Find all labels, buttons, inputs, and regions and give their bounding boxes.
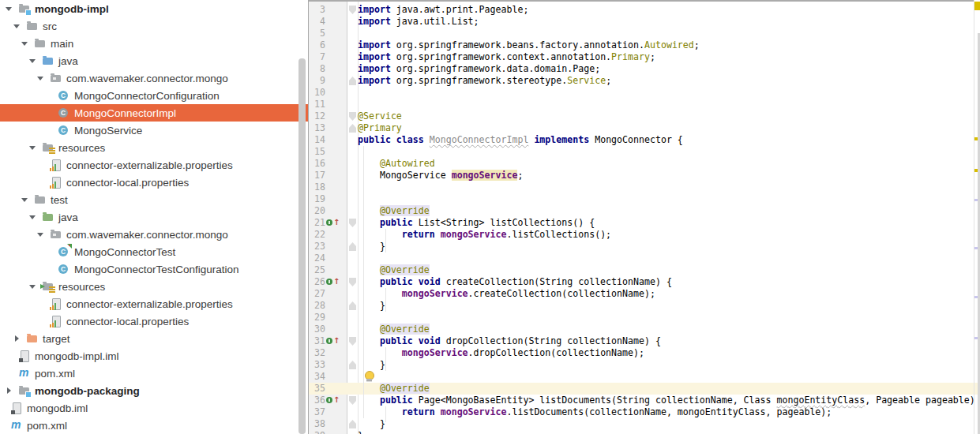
code-line-31[interactable]: public void dropCollection(String collec… — [358, 335, 661, 347]
line-number: 36 — [309, 395, 325, 406]
code-line-39[interactable]: } — [358, 430, 363, 434]
fold-region-start-icon[interactable] — [349, 217, 356, 229]
chevron-down-icon[interactable] — [2, 0, 18, 17]
line-number: 32 — [309, 347, 325, 359]
tree-item-com-wavemaker-connector-mongo[interactable]: com.wavemaker.connector.mongo — [0, 226, 308, 243]
fold-region-start-icon[interactable] — [349, 110, 356, 122]
test-class-icon: C — [58, 245, 70, 258]
code-line-7[interactable]: import org.springframework.context.annot… — [358, 51, 655, 63]
chevron-down-icon[interactable] — [26, 139, 42, 156]
chevron-right-icon[interactable] — [2, 382, 18, 399]
code-line-36[interactable]: public Page<MongoBaseEntity> listDocumen… — [358, 395, 980, 406]
code-line-37[interactable]: return mongoService.listDocuments(collec… — [358, 406, 832, 418]
code-editor[interactable]: 3456789101112131415161718192021↑22232425… — [309, 0, 980, 434]
code-line-9[interactable]: import org.springframework.stereotype.Se… — [358, 75, 611, 87]
overrides-method-icon[interactable]: ↑ — [325, 395, 339, 406]
code-line-13[interactable]: @Primary — [358, 122, 402, 134]
overrides-method-icon[interactable]: ↑ — [325, 217, 339, 229]
code-line-4[interactable]: import java.util.List; — [358, 16, 479, 28]
chevron-down-icon[interactable] — [34, 69, 50, 87]
chevron-down-icon[interactable] — [34, 226, 50, 243]
code-line-32[interactable]: mongoService.dropCollection(collectionNa… — [358, 347, 644, 359]
tree-item-label: MongoConnectorImpl — [74, 107, 176, 119]
chevron-down-icon[interactable] — [10, 17, 26, 35]
tree-item-mongodb-packaging[interactable]: mongodb-packaging — [0, 382, 308, 399]
folder-icon — [26, 20, 39, 32]
fold-region-start-icon[interactable] — [349, 335, 356, 347]
code-line-21[interactable]: public List<String> listCollections() { — [358, 217, 595, 229]
project-tree-scrollbar[interactable] — [299, 58, 306, 434]
tree-item-mongoconnectorconfiguration[interactable]: CMongoConnectorConfiguration — [0, 87, 308, 104]
properties-file-icon — [50, 315, 62, 327]
tree-item-connector-externalizable-properties[interactable]: connector-externalizable.properties — [0, 156, 308, 174]
fold-region-end-icon[interactable] — [349, 241, 356, 253]
code-line-28[interactable]: } — [358, 300, 385, 312]
tree-item-mongodb-impl[interactable]: mongodb-impl — [0, 0, 308, 17]
tree-item-label: connector-externalizable.properties — [66, 298, 233, 310]
chevron-down-icon[interactable] — [18, 35, 34, 52]
fold-region-end-icon[interactable] — [349, 300, 356, 312]
code-line-23[interactable]: } — [358, 241, 385, 253]
fold-region-end-icon[interactable] — [349, 359, 356, 371]
tree-item-resources[interactable]: resources — [0, 139, 308, 156]
code-line-26[interactable]: public void createCollection(String coll… — [358, 276, 672, 288]
tree-item-connector-local-properties[interactable]: connector-local.properties — [0, 312, 308, 330]
tree-item-mongodb-impl-iml[interactable]: mongodb-impl.iml — [0, 347, 308, 365]
tree-item-test[interactable]: test — [0, 191, 308, 208]
fold-region-end-icon[interactable] — [349, 122, 356, 134]
chevron-down-icon[interactable] — [26, 208, 42, 226]
tree-item-java[interactable]: java — [0, 52, 308, 69]
chevron-down-icon[interactable] — [18, 191, 34, 208]
tree-item-mongoconnectorimpl[interactable]: CMongoConnectorImpl — [0, 104, 308, 122]
code-line-30[interactable]: @Override — [358, 324, 430, 335]
fold-region-end-icon[interactable] — [349, 418, 356, 430]
code-line-35[interactable]: @Override — [358, 383, 430, 395]
stripe-mark[interactable] — [974, 2, 980, 10]
chevron-down-icon[interactable] — [26, 52, 42, 69]
code-line-17[interactable]: MongoService mongoService; — [358, 170, 523, 181]
code-line-8[interactable]: import org.springframework.data.domain.P… — [358, 63, 600, 75]
line-number: 24 — [309, 253, 325, 264]
tree-item-mongoconnectortestconfiguration[interactable]: CMongoConnectorTestConfiguration — [0, 260, 308, 278]
overrides-method-icon[interactable]: ↑ — [325, 276, 339, 288]
code-line-27[interactable]: mongoService.createCollection(collection… — [358, 288, 655, 300]
tree-item-mongoconnectortest[interactable]: CMongoConnectorTest — [0, 243, 308, 260]
tree-item-main[interactable]: main — [0, 35, 308, 52]
chevron-right-icon[interactable] — [10, 330, 26, 347]
code-line-20[interactable]: @Override — [358, 205, 430, 217]
tree-item-com-wavemaker-connector-mongo[interactable]: com.wavemaker.connector.mongo — [0, 69, 308, 87]
fold-region-start-icon[interactable] — [349, 395, 356, 406]
code-line-12[interactable]: @Service — [358, 110, 402, 122]
project-tree: mongodb-implsrcmainjavacom.wavemaker.con… — [0, 0, 308, 434]
tree-item-target[interactable]: target — [0, 330, 308, 347]
tree-item-resources[interactable]: resources — [0, 278, 308, 295]
line-number: 20 — [309, 205, 325, 217]
code-line-33[interactable]: } — [358, 359, 385, 371]
tree-item-label: mongodb-impl.iml — [35, 350, 119, 362]
code-line-22[interactable]: return mongoService.listCollections(); — [358, 229, 611, 241]
resources-folder-icon — [42, 141, 54, 154]
tree-item-mongodb-iml[interactable]: mongodb.iml — [0, 399, 308, 417]
tree-item-label: target — [43, 333, 70, 345]
line-number: 3 — [309, 4, 325, 16]
code-line-16[interactable]: @Autowired — [358, 158, 435, 170]
tree-item-label: connector-externalizable.properties — [66, 159, 233, 171]
tree-item-connector-local-properties[interactable]: connector-local.properties — [0, 174, 308, 191]
tree-item-java[interactable]: java — [0, 208, 308, 226]
code-line-25[interactable]: @Override — [358, 264, 430, 276]
fold-region-end-icon[interactable] — [349, 75, 356, 87]
code-line-14[interactable]: public class MongoConnectorImpl implemen… — [358, 134, 683, 146]
overrides-method-icon[interactable]: ↑ — [325, 335, 339, 347]
code-line-3[interactable]: import java.awt.print.Pageable; — [358, 4, 528, 16]
tree-item-pom-xml[interactable]: mpom.xml — [0, 417, 308, 434]
code-line-6[interactable]: import org.springframework.beans.factory… — [358, 39, 700, 51]
intention-lightbulb-icon[interactable] — [364, 371, 374, 382]
chevron-down-icon[interactable] — [26, 278, 42, 295]
tree-item-mongoservice[interactable]: CMongoService — [0, 122, 308, 139]
tree-item-pom-xml[interactable]: mpom.xml — [0, 365, 308, 382]
tree-item-connector-externalizable-properties[interactable]: connector-externalizable.properties — [0, 295, 308, 312]
fold-region-start-icon[interactable] — [349, 4, 356, 16]
fold-region-start-icon[interactable] — [349, 276, 356, 288]
tree-item-src[interactable]: src — [0, 17, 308, 35]
code-line-38[interactable]: } — [358, 418, 385, 430]
